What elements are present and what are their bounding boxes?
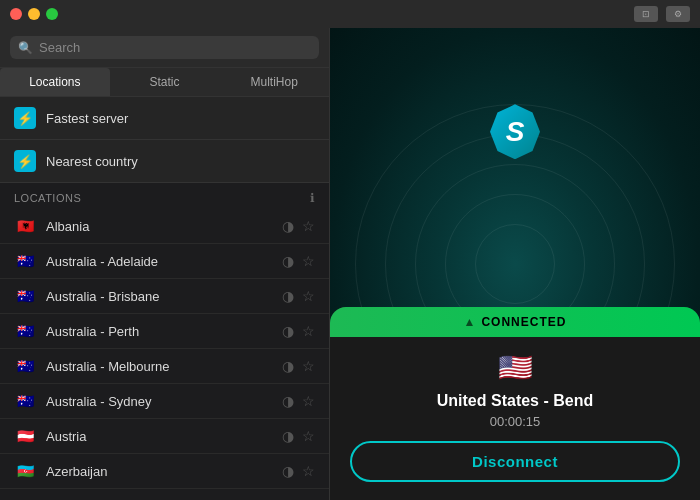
logo-letter: S <box>506 116 525 148</box>
location-actions: ◑ ☆ <box>282 358 315 374</box>
tab-bar: Locations Static MultiHop <box>0 68 329 97</box>
location-name: Austria <box>46 429 272 444</box>
disconnect-button[interactable]: Disconnect <box>350 441 680 482</box>
title-bar: ⊡ ⚙ <box>0 0 700 28</box>
signal-icon: ◑ <box>282 253 294 269</box>
connected-timer: 00:00:15 <box>490 414 541 429</box>
nearest-country-label: Nearest country <box>46 154 138 169</box>
list-item[interactable]: 🇦🇿 Azerbaijan ◑ ☆ <box>0 454 329 489</box>
connected-status-label: CONNECTED <box>481 315 566 329</box>
right-panel: S ▲ CONNECTED 🇺🇸 United States - Bend 00… <box>330 28 700 500</box>
location-name: Australia - Melbourne <box>46 359 272 374</box>
flag-icon: 🇦🇺 <box>14 288 36 304</box>
tab-static[interactable]: Static <box>110 68 220 96</box>
bolt-icon-nearest: ⚡ <box>14 150 36 172</box>
connected-body: 🇺🇸 United States - Bend 00:00:15 Disconn… <box>330 337 700 500</box>
bolt-icon-fastest: ⚡ <box>14 107 36 129</box>
list-item[interactable]: 🇦🇺 Australia - Melbourne ◑ ☆ <box>0 349 329 384</box>
vpn-logo: S <box>485 102 545 162</box>
star-icon[interactable]: ☆ <box>302 358 315 374</box>
search-icon: 🔍 <box>18 41 33 55</box>
star-icon[interactable]: ☆ <box>302 428 315 444</box>
list-item[interactable]: 🇧🇪 Belgium ◑ ☆ <box>0 489 329 500</box>
star-icon[interactable]: ☆ <box>302 393 315 409</box>
flag-icon: 🇦🇱 <box>14 218 36 234</box>
signal-icon: ◑ <box>282 393 294 409</box>
tab-locations[interactable]: Locations <box>0 68 110 96</box>
location-actions: ◑ ☆ <box>282 323 315 339</box>
search-bar: 🔍 <box>0 28 329 68</box>
signal-icon: ◑ <box>282 463 294 479</box>
connected-country-name: United States - Bend <box>437 392 593 410</box>
minimize-button[interactable] <box>28 8 40 20</box>
flag-icon: 🇦🇹 <box>14 428 36 444</box>
location-actions: ◑ ☆ <box>282 288 315 304</box>
fastest-server-button[interactable]: ⚡ Fastest server <box>0 97 329 140</box>
location-actions: ◑ ☆ <box>282 218 315 234</box>
location-name: Azerbaijan <box>46 464 272 479</box>
list-item[interactable]: 🇦🇹 Austria ◑ ☆ <box>0 419 329 454</box>
connected-header: ▲ CONNECTED <box>330 307 700 337</box>
window-icon[interactable]: ⊡ <box>634 6 658 22</box>
location-actions: ◑ ☆ <box>282 253 315 269</box>
location-actions: ◑ ☆ <box>282 463 315 479</box>
info-icon[interactable]: ℹ <box>310 191 315 205</box>
list-item[interactable]: 🇦🇱 Albania ◑ ☆ <box>0 209 329 244</box>
fastest-server-label: Fastest server <box>46 111 128 126</box>
signal-icon: ◑ <box>282 323 294 339</box>
location-list[interactable]: 🇦🇱 Albania ◑ ☆ 🇦🇺 Australia - Adelaide ◑… <box>0 209 329 500</box>
location-name: Australia - Perth <box>46 324 272 339</box>
star-icon[interactable]: ☆ <box>302 463 315 479</box>
location-name: Australia - Sydney <box>46 394 272 409</box>
location-name: Australia - Adelaide <box>46 254 272 269</box>
chevron-up-icon: ▲ <box>464 315 476 329</box>
locations-header: Locations ℹ <box>0 183 329 209</box>
nearest-country-button[interactable]: ⚡ Nearest country <box>0 140 329 183</box>
close-button[interactable] <box>10 8 22 20</box>
left-panel: 🔍 Locations Static MultiHop ⚡ Fastest se… <box>0 28 330 500</box>
list-item[interactable]: 🇦🇺 Australia - Brisbane ◑ ☆ <box>0 279 329 314</box>
maximize-button[interactable] <box>46 8 58 20</box>
star-icon[interactable]: ☆ <box>302 253 315 269</box>
flag-icon: 🇦🇺 <box>14 393 36 409</box>
star-icon[interactable]: ☆ <box>302 323 315 339</box>
settings-icon[interactable]: ⚙ <box>666 6 690 22</box>
location-name: Australia - Brisbane <box>46 289 272 304</box>
list-item[interactable]: 🇦🇺 Australia - Sydney ◑ ☆ <box>0 384 329 419</box>
signal-icon: ◑ <box>282 288 294 304</box>
main-content: 🔍 Locations Static MultiHop ⚡ Fastest se… <box>0 28 700 500</box>
search-wrapper[interactable]: 🔍 <box>10 36 319 59</box>
flag-icon: 🇦🇿 <box>14 463 36 479</box>
star-icon[interactable]: ☆ <box>302 288 315 304</box>
logo-shape: S <box>490 104 540 159</box>
locations-title: Locations <box>14 192 81 204</box>
star-icon[interactable]: ☆ <box>302 218 315 234</box>
flag-icon: 🇦🇺 <box>14 253 36 269</box>
signal-icon: ◑ <box>282 358 294 374</box>
flag-icon: 🇦🇺 <box>14 323 36 339</box>
list-item[interactable]: 🇦🇺 Australia - Adelaide ◑ ☆ <box>0 244 329 279</box>
signal-icon: ◑ <box>282 428 294 444</box>
tab-multihop[interactable]: MultiHop <box>219 68 329 96</box>
location-name: Albania <box>46 219 272 234</box>
connected-card: ▲ CONNECTED 🇺🇸 United States - Bend 00:0… <box>330 307 700 500</box>
flag-icon: 🇦🇺 <box>14 358 36 374</box>
connected-country-flag: 🇺🇸 <box>498 351 533 384</box>
search-input[interactable] <box>39 40 311 55</box>
location-actions: ◑ ☆ <box>282 393 315 409</box>
signal-icon: ◑ <box>282 218 294 234</box>
list-item[interactable]: 🇦🇺 Australia - Perth ◑ ☆ <box>0 314 329 349</box>
location-actions: ◑ ☆ <box>282 428 315 444</box>
